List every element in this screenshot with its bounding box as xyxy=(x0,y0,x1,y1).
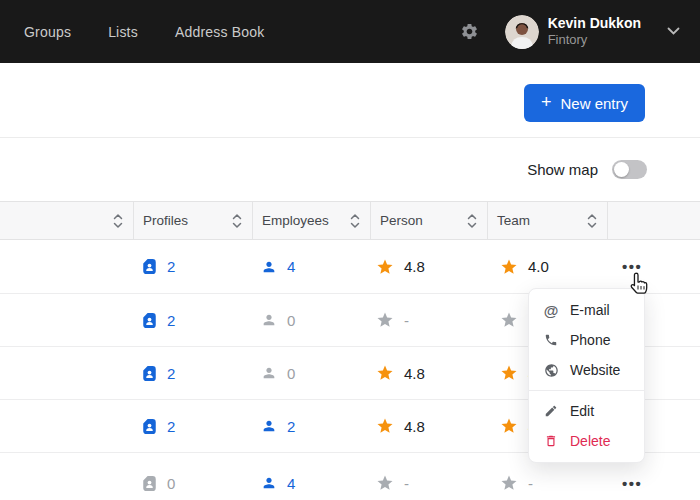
menu-item-edit[interactable]: Edit xyxy=(529,396,644,426)
gear-icon[interactable] xyxy=(460,22,479,41)
contact-file-icon xyxy=(142,312,157,329)
employees-cell: 0 xyxy=(252,294,370,346)
kebab-menu-icon[interactable]: ••• xyxy=(607,258,642,275)
at-icon: @ xyxy=(543,303,559,318)
star-icon xyxy=(376,474,394,492)
person-icon xyxy=(261,475,277,491)
contact-file-icon xyxy=(142,475,157,492)
globe-icon xyxy=(543,363,559,378)
menu-item-phone[interactable]: Phone xyxy=(529,325,644,355)
row-context-menu: @ E-mail Phone Website Edit Delet xyxy=(528,288,645,463)
table-row[interactable]: 2 4 4.8 4.0 ••• xyxy=(0,240,700,294)
name-cell-empty xyxy=(0,240,133,293)
employees-value: 4 xyxy=(287,475,295,492)
show-map-label: Show map xyxy=(527,161,598,178)
person-rating-cell: - xyxy=(370,294,487,346)
person-rating-value: - xyxy=(404,475,409,492)
name-cell-empty xyxy=(0,453,133,500)
person-icon xyxy=(261,312,277,328)
column-header-employees[interactable]: Employees xyxy=(252,202,370,239)
person-rating-value: 4.8 xyxy=(404,418,425,435)
pencil-icon xyxy=(543,404,559,418)
contact-file-icon xyxy=(142,258,157,275)
profiles-cell: 0 xyxy=(133,453,252,500)
profiles-cell: 2 xyxy=(133,347,252,399)
profiles-cell: 2 xyxy=(133,400,252,452)
employees-value: 4 xyxy=(287,258,295,275)
map-toggle-band: Show map xyxy=(0,138,700,201)
person-rating-cell: 4.8 xyxy=(370,240,487,293)
nav-item-lists[interactable]: Lists xyxy=(108,24,138,40)
sort-icon[interactable] xyxy=(113,213,123,229)
user-name: Kevin Dukkon xyxy=(548,15,641,33)
profiles-value: 2 xyxy=(167,365,175,382)
name-cell-empty xyxy=(0,347,133,399)
column-header-actions xyxy=(607,202,700,239)
employees-cell: 0 xyxy=(252,347,370,399)
column-header-profiles[interactable]: Profiles xyxy=(133,202,252,239)
employees-cell: 2 xyxy=(252,400,370,452)
top-navigation: Groups Lists Address Book Kevin Dukkon F… xyxy=(0,0,700,63)
person-rating-value: 4.8 xyxy=(404,365,425,382)
sort-icon[interactable] xyxy=(467,213,477,229)
star-icon xyxy=(376,364,394,382)
new-entry-label: New entry xyxy=(560,95,628,112)
star-icon xyxy=(500,311,518,329)
sort-icon[interactable] xyxy=(587,213,597,229)
employees-value: 0 xyxy=(287,312,295,329)
trash-icon xyxy=(543,434,559,448)
new-entry-button[interactable]: + New entry xyxy=(524,84,645,122)
contact-file-icon xyxy=(142,418,157,435)
contact-file-icon xyxy=(142,365,157,382)
employees-cell: 4 xyxy=(252,240,370,293)
person-icon xyxy=(261,418,277,434)
star-icon xyxy=(376,417,394,435)
menu-item-email[interactable]: @ E-mail xyxy=(529,295,644,325)
profiles-value: 2 xyxy=(167,418,175,435)
phone-icon xyxy=(543,333,559,347)
sort-icon[interactable] xyxy=(350,213,360,229)
sort-icon[interactable] xyxy=(232,213,242,229)
nav-item-address-book[interactable]: Address Book xyxy=(175,24,265,40)
column-header-0[interactable] xyxy=(0,202,133,239)
menu-divider xyxy=(529,390,644,391)
kebab-menu-icon[interactable]: ••• xyxy=(607,475,642,492)
team-rating-value: - xyxy=(528,475,533,492)
nav-item-groups[interactable]: Groups xyxy=(24,24,71,40)
star-icon xyxy=(500,258,518,276)
employees-cell: 4 xyxy=(252,453,370,500)
name-cell-empty xyxy=(0,294,133,346)
plus-icon: + xyxy=(541,92,552,113)
person-icon xyxy=(261,365,277,381)
user-company: Fintory xyxy=(548,32,641,48)
profiles-value: 2 xyxy=(167,312,175,329)
team-rating-cell: 4.0 xyxy=(487,240,607,293)
name-cell-empty xyxy=(0,400,133,452)
user-menu[interactable]: Kevin Dukkon Fintory xyxy=(548,15,641,49)
show-map-toggle[interactable] xyxy=(612,160,647,179)
person-rating-value: - xyxy=(404,312,409,329)
star-icon xyxy=(500,417,518,435)
star-icon xyxy=(500,474,518,492)
menu-item-delete[interactable]: Delete xyxy=(529,426,644,456)
profiles-cell: 2 xyxy=(133,240,252,293)
person-rating-cell: - xyxy=(370,453,487,500)
column-header-person[interactable]: Person xyxy=(370,202,487,239)
nav-right: Kevin Dukkon Fintory xyxy=(460,15,680,49)
person-rating-cell: 4.8 xyxy=(370,400,487,452)
menu-item-website[interactable]: Website xyxy=(529,355,644,385)
person-rating-value: 4.8 xyxy=(404,258,425,275)
actions-cell: ••• xyxy=(607,240,700,293)
employees-value: 2 xyxy=(287,418,295,435)
toggle-knob xyxy=(614,162,629,177)
column-header-team[interactable]: Team xyxy=(487,202,607,239)
chevron-down-icon[interactable] xyxy=(667,27,680,36)
user-avatar[interactable] xyxy=(505,15,539,49)
star-icon xyxy=(376,311,394,329)
address-book-app: Groups Lists Address Book Kevin Dukkon F… xyxy=(0,0,700,500)
employees-value: 0 xyxy=(287,365,295,382)
profiles-value: 0 xyxy=(167,475,175,492)
profiles-cell: 2 xyxy=(133,294,252,346)
star-icon xyxy=(376,258,394,276)
person-rating-cell: 4.8 xyxy=(370,347,487,399)
